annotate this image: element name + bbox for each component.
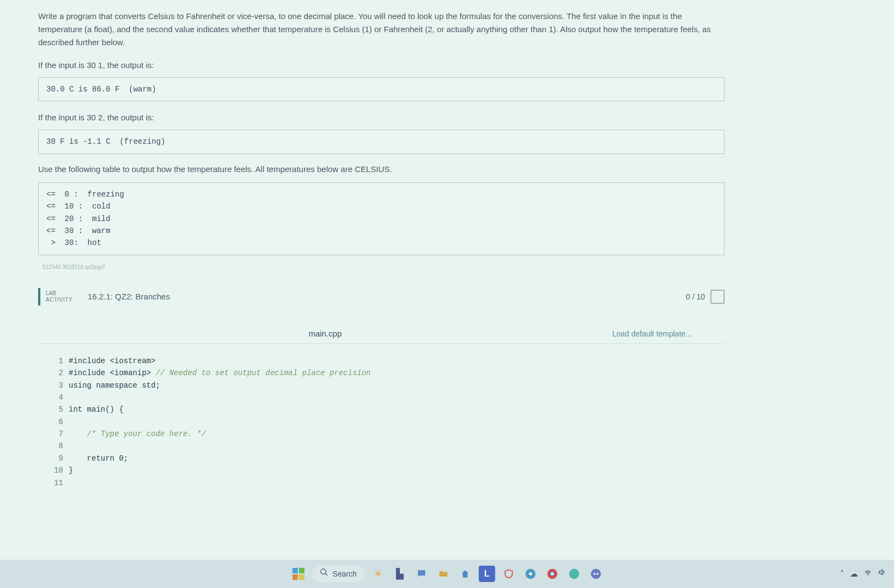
line-number: 8: [49, 440, 63, 452]
code-editor[interactable]: 1#include <iostream>2#include <iomanip> …: [38, 351, 725, 489]
example1-output: 30.0 C is 86.0 F (warm): [38, 77, 725, 101]
example2-output: 30 F is -1.1 C (freezing): [38, 130, 725, 154]
line-number: 4: [49, 391, 63, 403]
problem-description: Write a program that converts Celsius to…: [38, 10, 725, 49]
lab-activity-bar: LAB ACTIVITY 16.2.1: QZ2: Branches 0 / 1…: [38, 283, 725, 311]
filename-tab[interactable]: main.cpp: [38, 327, 612, 340]
line-number: 5: [49, 403, 63, 415]
load-default-template-link[interactable]: Load default template...: [612, 328, 692, 340]
line-number: 2: [49, 367, 63, 379]
code-line[interactable]: 7 /* Type your code here. */: [49, 428, 725, 440]
line-number: 3: [49, 379, 63, 391]
line-code[interactable]: return 0;: [69, 452, 128, 464]
feels-table: <= 0 : freezing <= 10 : cold <= 20 : mil…: [38, 182, 725, 255]
score-box-icon[interactable]: [710, 290, 725, 304]
code-line[interactable]: 5int main() {: [49, 403, 725, 415]
line-number: 10: [49, 464, 63, 476]
line-number: 9: [49, 452, 63, 464]
editor-header: main.cpp Load default template...: [38, 327, 725, 344]
lab-tag-line1: LAB: [46, 290, 72, 297]
code-line[interactable]: 10}: [49, 464, 725, 476]
line-code[interactable]: #include <iomanip> // Needed to set outp…: [69, 367, 371, 379]
code-line[interactable]: 6: [49, 416, 725, 428]
line-number: 1: [49, 355, 63, 367]
page-content: Write a program that converts Celsius to…: [0, 0, 763, 527]
lab-left: LAB ACTIVITY 16.2.1: QZ2: Branches: [38, 288, 170, 305]
line-number: 11: [49, 477, 63, 489]
line-code[interactable]: }: [69, 464, 73, 476]
example1-label: If the input is 30 1, the output is:: [38, 59, 725, 72]
line-number: 7: [49, 428, 63, 440]
line-code[interactable]: int main() {: [69, 403, 124, 415]
lab-tag-line2: ACTIVITY: [46, 297, 72, 303]
watermark: 512540 3618216.qx3zqy7: [42, 263, 725, 272]
score-text: 0 / 10: [686, 291, 705, 303]
description-text: Write a program that converts Celsius to…: [38, 10, 725, 49]
lab-activity-tag: LAB ACTIVITY: [38, 288, 78, 305]
table-label: Use the following table to output how th…: [38, 163, 725, 176]
lab-score: 0 / 10: [686, 290, 725, 304]
code-line[interactable]: 8: [49, 440, 725, 452]
code-line[interactable]: 2#include <iomanip> // Needed to set out…: [49, 367, 725, 379]
code-line[interactable]: 11: [49, 477, 725, 489]
example2-label: If the input is 30 2, the output is:: [38, 111, 725, 124]
code-line[interactable]: 9 return 0;: [49, 452, 725, 464]
line-code[interactable]: using namespace std;: [69, 379, 160, 391]
line-code[interactable]: /* Type your code here. */: [69, 428, 206, 440]
code-line[interactable]: 4: [49, 391, 725, 403]
code-line[interactable]: 3using namespace std;: [49, 379, 725, 391]
line-code[interactable]: #include <iostream>: [69, 355, 156, 367]
line-number: 6: [49, 416, 63, 428]
lab-title: 16.2.1: QZ2: Branches: [88, 290, 170, 303]
code-line[interactable]: 1#include <iostream>: [49, 355, 725, 367]
